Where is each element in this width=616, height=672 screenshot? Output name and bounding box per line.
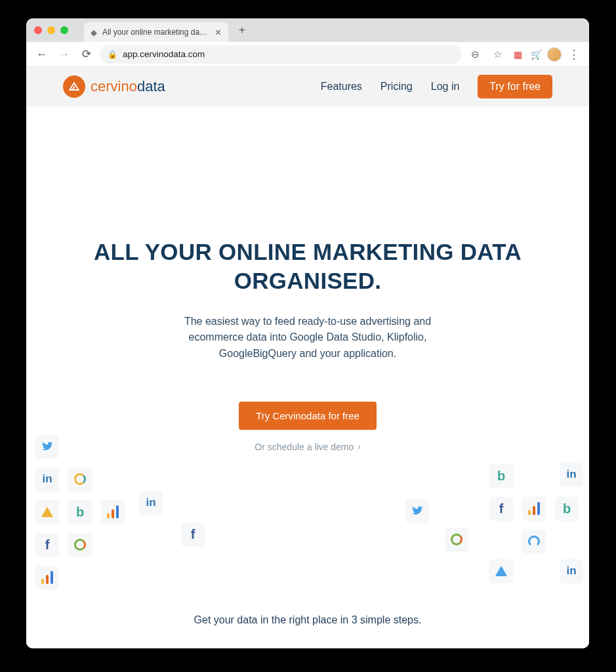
tab-title: All your online marketing data or (102, 28, 209, 37)
forward-button[interactable]: → (55, 45, 73, 64)
browser-window: ◆ All your online marketing data or ✕ + … (26, 18, 589, 648)
site-header: cervinodata Features Pricing Log in Try … (26, 67, 589, 106)
nav-pricing[interactable]: Pricing (380, 81, 413, 93)
back-button[interactable]: ← (33, 45, 51, 64)
bing-icon: b (489, 464, 513, 488)
nav-login[interactable]: Log in (431, 81, 460, 93)
traffic-lights (34, 26, 68, 34)
main-nav: Features Pricing Log in Try for free (321, 75, 552, 98)
nav-cta-button[interactable]: Try for free (478, 75, 552, 98)
close-window-button[interactable] (34, 26, 42, 34)
circle-icon (68, 533, 92, 556)
linkedin-icon: in (139, 491, 163, 514)
steps-heading: Get your data in the right place in 3 si… (26, 614, 589, 626)
zoom-icon[interactable]: ⊖ (466, 45, 484, 64)
new-tab-button[interactable]: + (234, 22, 251, 39)
spinner-icon (68, 467, 92, 491)
browser-menu-icon[interactable]: ⋮ (565, 47, 583, 62)
reload-button[interactable]: ⟳ (77, 45, 96, 64)
facebook-icon: f (181, 522, 205, 546)
address-bar[interactable]: 🔒 app.cervinodata.com (100, 45, 462, 64)
close-tab-icon[interactable]: ✕ (215, 28, 222, 37)
logo-mark-icon (63, 75, 85, 98)
google-ads-icon (35, 500, 59, 524)
bookmark-star-icon[interactable]: ☆ (488, 45, 506, 64)
lock-icon: 🔒 (108, 50, 117, 59)
bing-icon: b (68, 500, 92, 524)
browser-toolbar: ← → ⟳ 🔒 app.cervinodata.com ⊖ ☆ ▦ 🛒 ⋮ (26, 42, 589, 67)
analytics-bars-icon (101, 500, 125, 524)
profile-avatar[interactable] (547, 47, 562, 62)
logo-text: cervinodata (91, 78, 165, 95)
url-text: app.cervinodata.com (123, 49, 205, 59)
linkedin-icon: in (560, 559, 583, 583)
hero-primary-cta[interactable]: Try Cervinodata for free (239, 402, 377, 430)
linkedin-icon: in (560, 463, 583, 486)
browser-tab[interactable]: ◆ All your online marketing data or ✕ (84, 22, 228, 42)
chevron-right-icon: › (358, 442, 360, 452)
hero-secondary-label: Or schedule a live demo (255, 442, 354, 452)
extension-icon-1[interactable]: ▦ (510, 47, 525, 62)
hero-section: ALL YOUR ONLINE MARKETING DATA ORGANISED… (26, 106, 589, 453)
maximize-window-button[interactable] (60, 26, 68, 34)
facebook-icon: f (489, 497, 513, 520)
site-logo[interactable]: cervinodata (63, 75, 165, 98)
spinner-icon (522, 530, 546, 553)
analytics-bars-icon (522, 497, 546, 520)
extension-icon-2[interactable]: 🛒 (529, 47, 543, 62)
bing-icon: b (555, 497, 579, 520)
nav-features[interactable]: Features (321, 81, 362, 93)
window-titlebar: ◆ All your online marketing data or ✕ + (26, 18, 589, 42)
twitter-icon (405, 499, 429, 522)
facebook-icon: f (35, 533, 59, 556)
minimize-window-button[interactable] (47, 26, 55, 34)
circle-icon (445, 528, 468, 551)
analytics-bars-icon (35, 566, 59, 589)
page-content: cervinodata Features Pricing Log in Try … (26, 67, 589, 648)
linkedin-icon: in (35, 467, 59, 491)
google-ads-icon (489, 559, 513, 583)
hero-subtext: The easiest way to feed ready-to-use adv… (167, 314, 449, 362)
hero-headline: ALL YOUR ONLINE MARKETING DATA ORGANISED… (66, 238, 550, 295)
hero-secondary-cta[interactable]: Or schedule a live demo › (255, 442, 360, 452)
tab-favicon-icon: ◆ (91, 28, 97, 37)
